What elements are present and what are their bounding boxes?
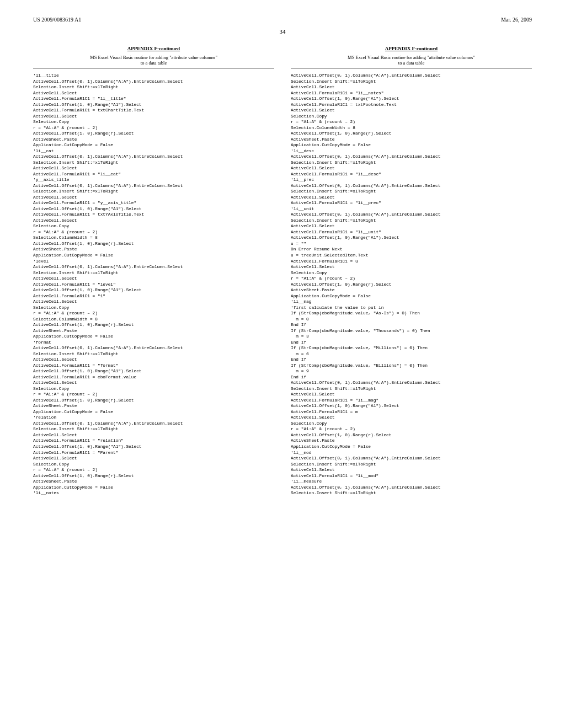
columns-container: APPENDIX F-continued MS Excel Visual Bas… [33, 46, 532, 496]
left-column-title: APPENDIX F-continued [33, 46, 274, 51]
right-column-title: APPENDIX F-continued [291, 46, 532, 51]
page-number: 34 [33, 28, 532, 35]
page-header: US 2009/0083619 A1 Mar. 26, 2009 [33, 17, 532, 23]
right-column-subtitle: MS Excel Visual Basic routine for adding… [291, 55, 532, 68]
left-column: APPENDIX F-continued MS Excel Visual Bas… [33, 46, 274, 496]
patent-number: US 2009/0083619 A1 [33, 17, 81, 23]
right-column-code: ActiveCell.Offset(0, 1).Columns("A:A").E… [291, 73, 532, 496]
patent-date: Mar. 26, 2009 [501, 17, 532, 23]
left-column-code: 'li__title ActiveCell.Offset(0, 1).Colum… [33, 73, 274, 496]
left-column-subtitle: MS Excel Visual Basic routine for adding… [33, 55, 274, 68]
right-column: APPENDIX F-continued MS Excel Visual Bas… [291, 46, 532, 496]
page: US 2009/0083619 A1 Mar. 26, 2009 34 APPE… [0, 0, 565, 728]
